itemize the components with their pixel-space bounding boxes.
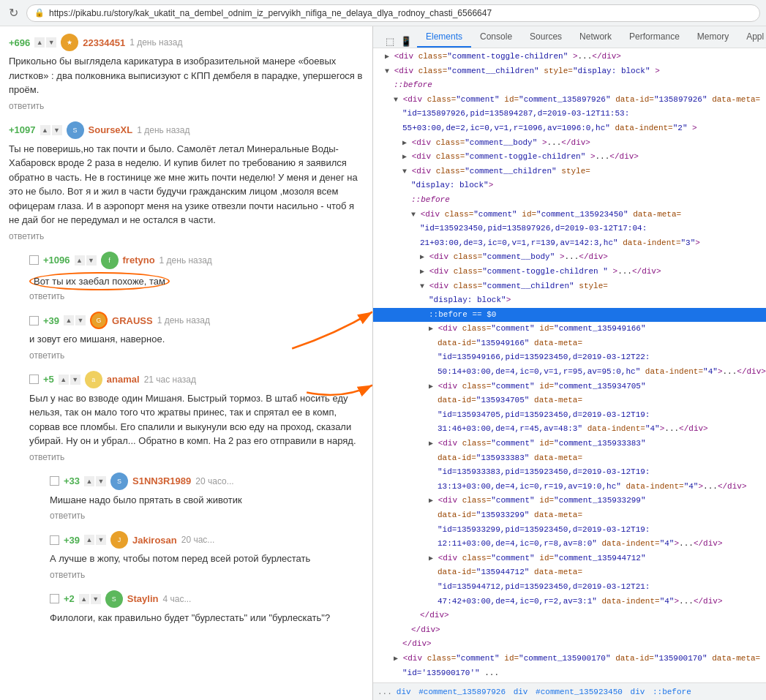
- comment-block: +1097 ▲ ▼ S SourseXL 1 день назад Ты не …: [9, 121, 364, 241]
- tab-elements[interactable]: Elements: [417, 26, 471, 48]
- tab-performance[interactable]: Performance: [620, 26, 688, 48]
- comment-checkbox[interactable]: [29, 375, 39, 384]
- dom-line[interactable]: data-id="135944712" data-meta=: [373, 565, 766, 580]
- downvote-button[interactable]: ▼: [75, 315, 86, 325]
- reply-link[interactable]: ответить: [9, 101, 44, 111]
- dom-line[interactable]: 50:14+03:00,de=4,ic=0,v=1,r=95,av=95:0,h…: [373, 365, 766, 380]
- dom-line[interactable]: data-id="135934705" data-meta=: [373, 394, 766, 408]
- tab-memory[interactable]: Memory: [688, 26, 737, 48]
- dom-line[interactable]: ▶ <div class="comment" id="comment_13590…: [373, 652, 766, 666]
- tab-console[interactable]: Console: [471, 26, 521, 48]
- breadcrumb-div3[interactable]: div: [631, 688, 645, 696]
- dom-line[interactable]: data-id="135933299" data-meta=: [373, 508, 766, 523]
- dom-line[interactable]: ▶ <div class="comment__body" >...</div>: [373, 250, 766, 265]
- upvote-button[interactable]: ▲: [34, 37, 45, 48]
- dom-line[interactable]: 55+03:00,de=2,ic=0,v=1,r=1096,av=1096:0,…: [373, 121, 766, 136]
- dom-line[interactable]: ▶ <div class="comment-toggle-children " …: [373, 265, 766, 279]
- dom-line[interactable]: data-id="135949166" data-meta=: [373, 336, 766, 351]
- reply-link[interactable]: ответить: [9, 231, 44, 241]
- dom-line[interactable]: ▶ <div class="comment-toggle-children" >…: [373, 50, 766, 64]
- dom-line[interactable]: ▶ <div class="comment" id="comment_13594…: [373, 322, 766, 336]
- downvote-button[interactable]: ▼: [86, 255, 97, 266]
- dom-line[interactable]: </div>: [373, 623, 766, 638]
- dom-line[interactable]: </div>: [373, 637, 766, 652]
- downvote-button[interactable]: ▼: [70, 375, 80, 385]
- dom-line[interactable]: 21+03:00,de=3,ic=0,v=1,r=139,av=142:3,hc…: [373, 236, 766, 251]
- dom-line[interactable]: ::before: [373, 78, 766, 93]
- dom-line[interactable]: ▶ <div class="comment-toggle-children" >…: [373, 150, 766, 165]
- dom-line[interactable]: "id=135933299,pid=135923450,d=2019-03-12…: [373, 523, 766, 538]
- downvote-button[interactable]: ▼: [46, 37, 56, 48]
- comment-header: +2 ▲ ▼ S Staylin 4 час...: [50, 590, 364, 608]
- upvote-button[interactable]: ▲: [64, 315, 74, 325]
- tab-application[interactable]: Appl: [737, 26, 766, 48]
- devtools-content[interactable]: ▶ <div class="comment-toggle-children" >…: [373, 48, 766, 682]
- dom-line[interactable]: "id=135949166,pid=135923450,d=2019-03-12…: [373, 350, 766, 365]
- dom-line[interactable]: ▶ <div class="comment" id="comment_13593…: [373, 494, 766, 508]
- dom-line[interactable]: 31:46+03:00,de=4,r=45,av=48:3" data-inde…: [373, 422, 766, 437]
- downvote-button[interactable]: ▼: [52, 125, 62, 135]
- dom-line[interactable]: data-id="135933383" data-meta=: [373, 451, 766, 466]
- dom-line[interactable]: ▶ <div class="comment" id="comment_13593…: [373, 380, 766, 394]
- reply-link[interactable]: ответить: [29, 452, 64, 462]
- dom-line-selected[interactable]: ::before == $0: [373, 308, 766, 323]
- username: fretyno: [123, 255, 155, 266]
- dom-line[interactable]: "id=135897926,pid=135894287,d=2019-03-12…: [373, 107, 766, 121]
- dom-line[interactable]: ▼ <div class="comment__children" style="…: [373, 64, 766, 79]
- breadcrumb-comment-135923450[interactable]: #comment_135923450: [536, 688, 623, 696]
- dom-line[interactable]: ▶ <div class="comment" id="comment_13594…: [373, 552, 766, 566]
- dom-line[interactable]: 47:42+03:00,de=4,ic=0,r=2,av=3:1" data-i…: [373, 595, 766, 609]
- dom-line[interactable]: ▼ <div class="comment" id="comment_13592…: [373, 208, 766, 222]
- dom-line[interactable]: ::before: [373, 193, 766, 208]
- comment-checkbox[interactable]: [29, 255, 39, 265]
- dom-line[interactable]: "display: block">: [373, 293, 766, 308]
- dom-line[interactable]: ▶ <div class="comment__body" >...</div>: [373, 136, 766, 151]
- breadcrumb-div1[interactable]: div: [397, 688, 411, 696]
- tab-sources[interactable]: Sources: [521, 26, 571, 48]
- dom-line[interactable]: 13:13+03:00,de=4,ic=0,r=19,av=19:0,hc" d…: [373, 480, 766, 494]
- comment-checkbox[interactable]: [29, 316, 39, 325]
- upvote-button[interactable]: ▲: [79, 594, 89, 604]
- upvote-button[interactable]: ▲: [40, 125, 50, 135]
- downvote-button[interactable]: ▼: [91, 594, 101, 604]
- timestamp: 4 час...: [162, 594, 191, 604]
- comment-text: Был у нас во взводе один Мишаня. Быстрый…: [29, 391, 364, 448]
- upvote-button[interactable]: ▲: [84, 535, 94, 545]
- upvote-button[interactable]: ▲: [59, 375, 69, 385]
- dom-line[interactable]: "id=135923450,pid=135897926,d=2019-03-12…: [373, 222, 766, 236]
- reply-link[interactable]: ответить: [50, 570, 85, 580]
- tab-network[interactable]: Network: [571, 26, 620, 48]
- reply-link[interactable]: ответить: [29, 291, 64, 301]
- comment-checkbox[interactable]: [50, 535, 59, 545]
- device-toolbar-button[interactable]: 📱: [399, 34, 413, 48]
- comment-block: +696 ▲ ▼ ★ 22334451 1 день назад Приколь…: [9, 34, 364, 111]
- downvote-button[interactable]: ▼: [96, 535, 106, 545]
- inspect-element-button[interactable]: ⬚: [383, 34, 397, 48]
- reply-link[interactable]: ответить: [29, 350, 64, 361]
- breadcrumb-before[interactable]: ::before: [653, 688, 691, 696]
- comment-checkbox[interactable]: [50, 594, 59, 603]
- comment-score: +2: [64, 593, 75, 604]
- dom-line[interactable]: "id=135944712,pid=135923450,d=2019-03-12…: [373, 580, 766, 595]
- reply-link[interactable]: ответить: [50, 511, 85, 521]
- dom-line[interactable]: </div>: [373, 609, 766, 623]
- username: anamal: [107, 374, 140, 385]
- dom-line[interactable]: "display: block">: [373, 178, 766, 193]
- downvote-button[interactable]: ▼: [96, 476, 106, 486]
- upvote-button[interactable]: ▲: [75, 255, 85, 266]
- dom-line[interactable]: "id=135934705,pid=135923450,d=2019-03-12…: [373, 408, 766, 423]
- dom-line[interactable]: ▼ <div class="comment" id="comment_13589…: [373, 93, 766, 108]
- dom-line[interactable]: "id='135900170'" ...: [373, 666, 766, 681]
- dom-line[interactable]: ▶ <div class="comment" id="comment_13593…: [373, 437, 766, 451]
- dom-line[interactable]: "id=135933383,pid=135923450,d=2019-03-12…: [373, 465, 766, 480]
- reload-button[interactable]: ↻: [6, 6, 20, 20]
- breadcrumb-div2[interactable]: div: [514, 688, 528, 696]
- dom-line[interactable]: ▼ <div class="comment__children" style=: [373, 165, 766, 179]
- dom-line[interactable]: ▼ <div class="comment__children" style=: [373, 279, 766, 294]
- upvote-button[interactable]: ▲: [84, 476, 94, 486]
- dom-line[interactable]: 12:11+03:00,de=4,ic=0,r=8,av=8:0" data-i…: [373, 537, 766, 552]
- url-text: https://pikabu.ru/story/kak_ukatit_na_de…: [49, 8, 492, 18]
- url-bar[interactable]: 🔒 https://pikabu.ru/story/kak_ukatit_na_…: [26, 4, 760, 22]
- comment-checkbox[interactable]: [50, 476, 59, 486]
- breadcrumb-comment-135897926[interactable]: #comment_135897926: [418, 688, 506, 696]
